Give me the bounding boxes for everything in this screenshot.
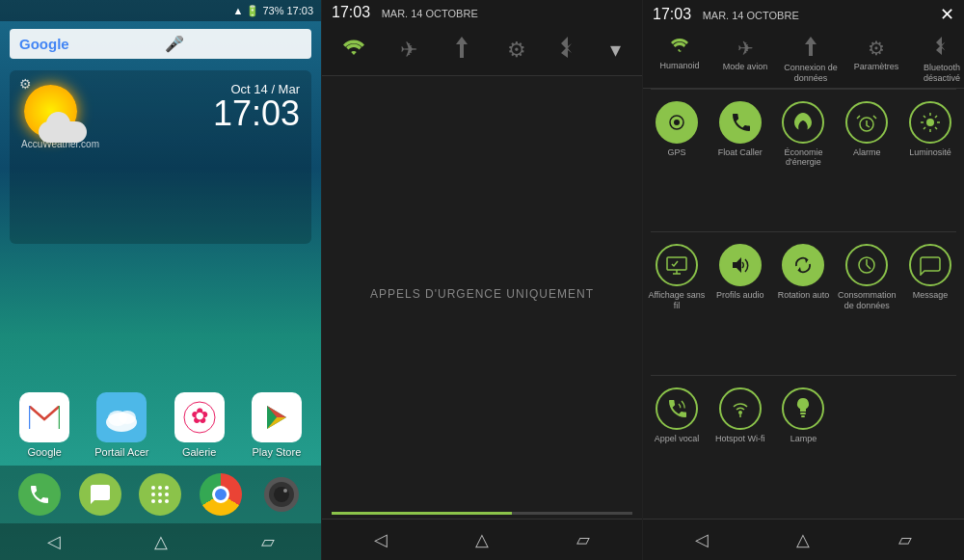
qs-wireless-icon xyxy=(656,244,698,286)
qs-gps-label: GPS xyxy=(667,147,685,158)
dock-camera[interactable] xyxy=(260,473,303,516)
qs-time-wrap: 17:03 MAR. 14 OCTOBRE xyxy=(653,6,799,23)
svg-rect-33 xyxy=(800,413,806,414)
svg-point-13 xyxy=(151,486,155,490)
notif-time: 17:03 xyxy=(332,4,370,20)
notif-home[interactable]: △ xyxy=(466,527,498,552)
dock-chrome[interactable] xyxy=(200,473,242,516)
toggle-wifi[interactable] xyxy=(341,36,366,65)
svg-point-20 xyxy=(158,499,162,503)
qs-audio-label: Profils audio xyxy=(716,290,764,301)
dock-apps[interactable] xyxy=(139,473,181,516)
qs-top-icons: Humanoid ✈ Mode avion Connexion de donné… xyxy=(653,37,964,84)
toggle-airplane[interactable]: ✈ xyxy=(398,36,419,65)
home-nav-bar: ◁ △ ▱ xyxy=(0,523,321,560)
app-galerie-label: Galerie xyxy=(182,446,216,458)
app-google[interactable]: Google xyxy=(10,392,79,458)
battery-level: 73% xyxy=(262,5,283,16)
qs-toggle-params[interactable]: ⚙ Paramètres xyxy=(849,37,903,72)
signal-icons: ▲ 🔋 73% 17:03 xyxy=(233,5,313,17)
qs-item-alarm[interactable]: Alarme xyxy=(835,93,898,228)
qs-lamp-icon xyxy=(782,387,824,430)
qs-alarm-label: Alarme xyxy=(853,147,881,158)
qs-item-hotspot[interactable]: Hotspot Wi-fi xyxy=(709,380,772,515)
qs-item-vocal[interactable]: Appel vocal xyxy=(645,380,709,515)
notif-status-bar: 17:03 MAR. 14 OCTOBRE xyxy=(322,0,642,25)
playstore-icon xyxy=(252,392,302,442)
qs-bt-label: Bluetooth désactivé xyxy=(915,63,964,84)
wifi-icon: ▲ xyxy=(233,5,244,16)
qs-status-bar: 17:03 MAR. 14 OCTOBRE ✕ xyxy=(643,0,964,29)
acer-icon xyxy=(96,392,147,442)
app-grid: Google Portail Acer ✿ Galerie Play Store xyxy=(0,385,321,466)
app-galerie[interactable]: ✿ Galerie xyxy=(165,392,234,458)
qs-item-message[interactable]: Message xyxy=(898,236,962,371)
cloud-shape xyxy=(39,121,87,143)
svg-point-29 xyxy=(926,119,934,126)
qs-item-brightness[interactable]: Luminosité xyxy=(898,93,962,228)
qs-nav-bar: ◁ △ ▱ xyxy=(643,519,964,560)
qs-item-data-usage[interactable]: Consommation de données xyxy=(835,236,898,371)
app-acer[interactable]: Portail Acer xyxy=(87,392,156,458)
notification-content: APPELS D'URGENCE UNIQUEMENT xyxy=(322,76,642,512)
qs-item-float-caller[interactable]: Float Caller xyxy=(709,93,772,228)
qs-toggle-airplane[interactable]: ✈ Mode avion xyxy=(718,37,772,72)
back-button[interactable]: ◁ xyxy=(38,529,70,554)
toggle-bluetooth[interactable] xyxy=(559,35,576,66)
qs-alarm-icon xyxy=(845,101,888,144)
dock-messages[interactable] xyxy=(79,473,121,516)
toggle-expand[interactable]: ▾ xyxy=(608,36,623,65)
qs-bt-icon xyxy=(936,37,948,61)
svg-point-25 xyxy=(283,489,287,493)
recents-button[interactable]: ▱ xyxy=(252,529,284,554)
toggle-data[interactable] xyxy=(450,35,473,66)
notif-back[interactable]: ◁ xyxy=(364,527,397,552)
weather-sun xyxy=(19,80,87,147)
qs-rotation-label: Rotation auto xyxy=(778,290,830,301)
qs-rotation-icon xyxy=(782,244,824,286)
svg-text:✿: ✿ xyxy=(191,404,208,428)
qs-toggle-bt[interactable]: Bluetooth désactivé xyxy=(915,37,964,84)
clock: 17:03 xyxy=(286,5,313,16)
dock xyxy=(0,466,321,523)
app-acer-label: Portail Acer xyxy=(94,446,148,458)
search-bar[interactable]: Google 🎤 xyxy=(10,29,311,59)
battery-icon: 🔋 xyxy=(246,5,259,17)
svg-point-16 xyxy=(151,493,155,496)
home-button[interactable]: △ xyxy=(145,529,177,554)
emergency-text: APPELS D'URGENCE UNIQUEMENT xyxy=(370,287,594,301)
qs-eco-label: Économie d'énergie xyxy=(774,147,834,169)
qs-wifi-label: Humanoid xyxy=(659,61,699,71)
qs-item-gps[interactable]: GPS xyxy=(645,93,709,228)
notification-shade: 17:03 MAR. 14 OCTOBRE ✈ ⚙ ▾ APPELS D'URG… xyxy=(321,0,643,560)
svg-point-18 xyxy=(165,493,169,496)
qs-toggle-data[interactable]: Connexion de données xyxy=(784,37,838,84)
qs-item-rotation[interactable]: Rotation auto xyxy=(772,236,836,371)
svg-rect-34 xyxy=(801,415,805,417)
qs-item-wireless[interactable]: Affichage sans fil xyxy=(645,236,709,371)
qs-home[interactable]: △ xyxy=(787,527,819,552)
chrome-inner xyxy=(212,486,229,503)
mic-icon[interactable]: 🎤 xyxy=(165,35,303,53)
qs-airplane-label: Mode avion xyxy=(723,62,768,72)
notif-date: MAR. 14 OCTOBRE xyxy=(382,8,478,19)
qs-recents[interactable]: ▱ xyxy=(889,527,922,552)
svg-point-19 xyxy=(151,499,155,503)
dock-phone[interactable] xyxy=(18,473,61,516)
qs-lamp-label: Lampe xyxy=(790,434,817,444)
weather-time: 17:03 xyxy=(213,96,300,131)
qs-item-audio[interactable]: Profils audio xyxy=(709,236,772,371)
app-playstore[interactable]: Play Store xyxy=(242,392,311,458)
qs-hotspot-icon xyxy=(719,387,762,430)
svg-point-24 xyxy=(274,487,289,502)
toggle-settings[interactable]: ⚙ xyxy=(505,36,528,65)
qs-settings-icon[interactable]: ✕ xyxy=(940,4,954,25)
qs-top-row: Humanoid ✈ Mode avion Connexion de donné… xyxy=(643,29,964,89)
qs-toggle-wifi[interactable]: Humanoid xyxy=(653,37,707,71)
qs-item-eco[interactable]: Économie d'énergie xyxy=(772,93,836,228)
qs-item-lamp[interactable]: Lampe xyxy=(772,380,836,515)
notif-nav-bar: ◁ △ ▱ xyxy=(322,519,642,560)
notif-recents[interactable]: ▱ xyxy=(567,527,600,552)
qs-float-caller-icon xyxy=(719,101,762,144)
qs-back[interactable]: ◁ xyxy=(685,527,718,552)
